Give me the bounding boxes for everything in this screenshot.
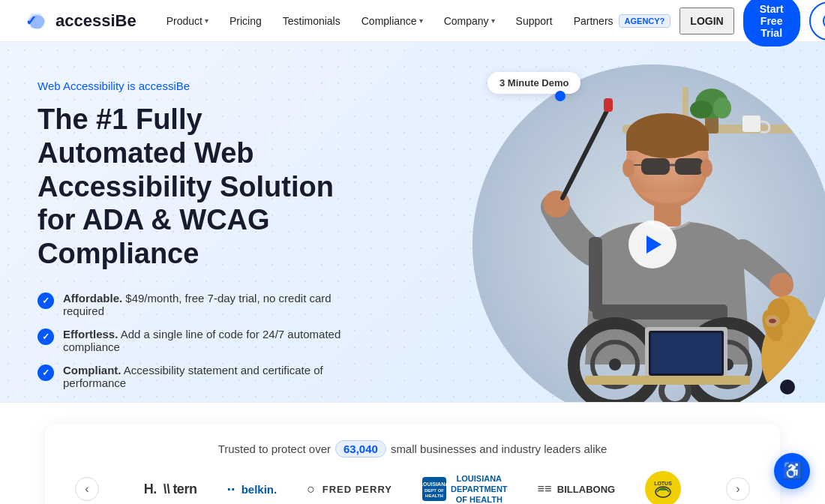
nav-pricing[interactable]: Pricing — [220, 9, 271, 33]
check-icon-affordable: ✓ — [38, 292, 54, 309]
company-chevron-icon: ▾ — [491, 16, 495, 25]
logo-hstern: H. \\tern — [144, 482, 197, 497]
logo-belkin: ·· belkin. — [226, 481, 277, 498]
svg-text:✓: ✓ — [26, 14, 37, 28]
logos-container: H. \\tern ·· belkin. ○ FRED PERRY LOUISI… — [99, 471, 726, 504]
nav-start-trial-button[interactable]: Start Free Trial — [743, 0, 800, 46]
hero-content: Web Accessibility is accessiBe The #1 Fu… — [0, 42, 390, 402]
nav-partners[interactable]: Partners AGENCY? — [565, 8, 680, 34]
svg-rect-43 — [651, 333, 722, 374]
play-button[interactable] — [628, 220, 676, 268]
trusted-text: Trusted to protect over 63,040 small bus… — [218, 440, 608, 458]
hero-image-area: 3 Minute Demo — [442, 64, 825, 402]
logos-row: ‹ H. \\tern ·· belkin. ○ FRED PERRY LOUI… — [75, 471, 750, 504]
feature-compliant: ✓ Compliant. Accessibility statement and… — [38, 364, 352, 389]
check-icon-effortless: ✓ — [38, 328, 54, 345]
agency-badge: AGENCY? — [619, 14, 671, 28]
trusted-number: 63,040 — [335, 440, 386, 458]
svg-text:LOUISIANA: LOUISIANA — [422, 482, 446, 487]
logos-next-button[interactable]: › — [726, 477, 750, 501]
svg-rect-40 — [810, 387, 820, 402]
svg-rect-12 — [641, 158, 670, 175]
hero-section: Web Accessibility is accessiBe The #1 Fu… — [0, 42, 825, 402]
nav-compliance[interactable]: Compliance ▾ — [352, 9, 432, 33]
accessibility-icon: ♿ — [782, 461, 802, 481]
trusted-card: Trusted to protect over 63,040 small bus… — [45, 424, 780, 504]
svg-rect-13 — [675, 158, 704, 175]
demo-label: 3 Minute Demo — [488, 72, 580, 94]
nav-links: Product ▾ Pricing Testimonials Complianc… — [158, 8, 680, 34]
lotus-icon: LOTUS — [648, 474, 678, 504]
svg-point-17 — [622, 159, 634, 177]
compliance-chevron-icon: ▾ — [419, 16, 423, 25]
logo-fredperry: ○ FRED PERRY — [307, 482, 392, 497]
trusted-section: Trusted to protect over 63,040 small bus… — [0, 402, 825, 504]
svg-point-18 — [700, 159, 712, 177]
logos-prev-button[interactable]: ‹ — [75, 477, 99, 501]
brand-name: accessiBe — [56, 11, 136, 31]
svg-point-6 — [690, 100, 712, 118]
svg-text:HEALTH: HEALTH — [425, 494, 443, 498]
login-button[interactable]: LOGIN — [680, 8, 734, 34]
svg-point-7 — [713, 98, 731, 118]
product-chevron-icon: ▾ — [205, 16, 208, 25]
svg-rect-44 — [585, 376, 750, 385]
svg-rect-11 — [626, 136, 709, 151]
play-icon — [823, 14, 825, 28]
hero-video-circle — [472, 64, 825, 402]
nav-right: LOGIN Start Free Trial GET DEMO — [680, 0, 825, 46]
check-icon-compliant: ✓ — [38, 364, 54, 381]
logo-ladoh: LOUISIANA DEPT OF HEALTH LOUISIANADEPART… — [422, 473, 508, 504]
svg-point-38 — [769, 319, 776, 323]
navbar: ✓ accessiBe Product ▾ Pricing Testimonia… — [0, 0, 825, 42]
svg-rect-24 — [592, 304, 728, 320]
nav-get-demo-button[interactable]: GET DEMO — [809, 2, 825, 40]
play-triangle-icon — [646, 236, 662, 254]
feature-effortless: ✓ Effortless. Add a single line of code … — [38, 328, 352, 353]
svg-point-28 — [609, 358, 621, 370]
svg-rect-8 — [742, 116, 760, 132]
svg-rect-22 — [604, 98, 613, 112]
logo-lotus: LOTUS — [645, 471, 681, 504]
svg-text:DEPT OF: DEPT OF — [424, 488, 444, 493]
hero-title: The #1 Fully Automated Web Accessibility… — [38, 103, 352, 271]
svg-point-23 — [770, 273, 794, 297]
doh-icon: LOUISIANA DEPT OF HEALTH — [422, 477, 446, 501]
svg-rect-25 — [589, 237, 602, 312]
scroll-indicator — [780, 380, 795, 394]
svg-text:LOTUS: LOTUS — [654, 481, 672, 486]
logo[interactable]: ✓ accessiBe — [24, 10, 136, 32]
hero-eyebrow: Web Accessibility is accessiBe — [38, 80, 352, 92]
logo-billabong: ≡≡ BILLABONG — [538, 482, 616, 496]
nav-product[interactable]: Product ▾ — [158, 9, 218, 33]
accessibility-button[interactable]: ♿ — [774, 453, 810, 489]
nav-company[interactable]: Company ▾ — [435, 9, 504, 33]
hero-features-list: ✓ Affordable. $49/month, free 7-day tria… — [38, 292, 352, 389]
nav-testimonials[interactable]: Testimonials — [274, 9, 350, 33]
nav-support[interactable]: Support — [507, 9, 562, 33]
feature-affordable: ✓ Affordable. $49/month, free 7-day tria… — [38, 292, 352, 317]
